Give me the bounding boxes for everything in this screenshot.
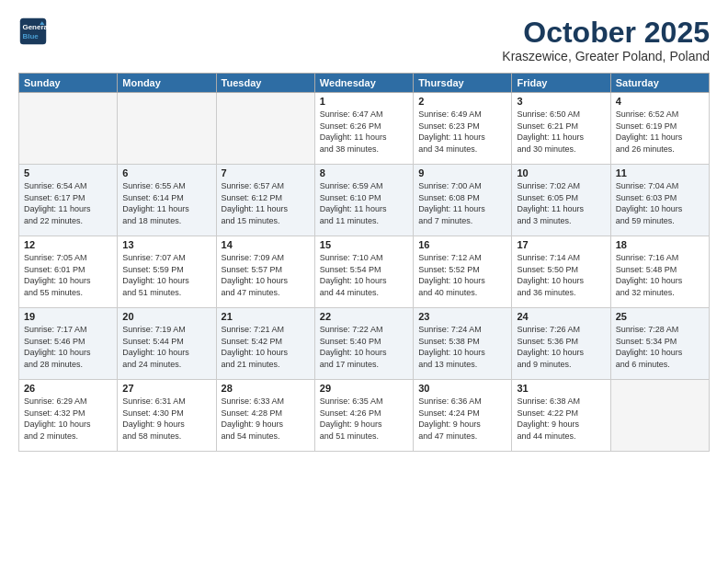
- day-info: Sunrise: 7:05 AM Sunset: 6:01 PM Dayligh…: [24, 252, 112, 298]
- day-number: 24: [517, 311, 605, 322]
- cell-w5-d3: 28Sunrise: 6:33 AM Sunset: 4:28 PM Dayli…: [216, 380, 314, 452]
- day-info: Sunrise: 7:00 AM Sunset: 6:08 PM Dayligh…: [418, 180, 506, 226]
- day-number: 9: [418, 167, 506, 178]
- cell-w1-d7: 4Sunrise: 6:52 AM Sunset: 6:19 PM Daylig…: [610, 93, 709, 165]
- week-row-1: 1Sunrise: 6:47 AM Sunset: 6:26 PM Daylig…: [19, 93, 710, 165]
- day-number: 25: [616, 311, 704, 322]
- day-info: Sunrise: 7:28 AM Sunset: 5:34 PM Dayligh…: [616, 324, 704, 370]
- col-wednesday: Wednesday: [314, 74, 413, 93]
- cell-w1-d5: 2Sunrise: 6:49 AM Sunset: 6:23 PM Daylig…: [414, 93, 512, 165]
- cell-w5-d2: 27Sunrise: 6:31 AM Sunset: 4:30 PM Dayli…: [118, 380, 216, 452]
- cell-w2-d5: 9Sunrise: 7:00 AM Sunset: 6:08 PM Daylig…: [414, 165, 512, 236]
- day-info: Sunrise: 7:24 AM Sunset: 5:38 PM Dayligh…: [418, 324, 506, 370]
- day-info: Sunrise: 6:35 AM Sunset: 4:26 PM Dayligh…: [320, 396, 408, 442]
- day-number: 8: [320, 167, 408, 178]
- cell-w5-d6: 31Sunrise: 6:38 AM Sunset: 4:22 PM Dayli…: [512, 380, 610, 452]
- col-tuesday: Tuesday: [216, 74, 314, 93]
- day-number: 30: [418, 383, 506, 394]
- cell-w3-d4: 15Sunrise: 7:10 AM Sunset: 5:54 PM Dayli…: [314, 236, 413, 308]
- day-number: 18: [616, 239, 704, 250]
- day-info: Sunrise: 6:38 AM Sunset: 4:22 PM Dayligh…: [517, 396, 605, 442]
- day-info: Sunrise: 6:50 AM Sunset: 6:21 PM Dayligh…: [517, 109, 605, 155]
- cell-w1-d3: [216, 93, 314, 165]
- day-info: Sunrise: 7:16 AM Sunset: 5:48 PM Dayligh…: [616, 252, 704, 298]
- day-info: Sunrise: 7:10 AM Sunset: 5:54 PM Dayligh…: [320, 252, 408, 298]
- header: General Blue October 2025 Kraszewice, Gr…: [18, 17, 710, 63]
- day-number: 7: [222, 167, 310, 178]
- day-number: 27: [122, 383, 210, 394]
- day-info: Sunrise: 6:31 AM Sunset: 4:30 PM Dayligh…: [122, 396, 210, 442]
- svg-text:Blue: Blue: [22, 32, 39, 40]
- cell-w3-d7: 18Sunrise: 7:16 AM Sunset: 5:48 PM Dayli…: [610, 236, 709, 308]
- day-info: Sunrise: 6:47 AM Sunset: 6:26 PM Dayligh…: [320, 109, 408, 155]
- day-info: Sunrise: 7:02 AM Sunset: 6:05 PM Dayligh…: [517, 180, 605, 226]
- cell-w2-d7: 11Sunrise: 7:04 AM Sunset: 6:03 PM Dayli…: [610, 165, 709, 236]
- title-block: October 2025 Kraszewice, Greater Poland,…: [502, 17, 710, 63]
- day-info: Sunrise: 7:26 AM Sunset: 5:36 PM Dayligh…: [517, 324, 605, 370]
- calendar: Sunday Monday Tuesday Wednesday Thursday…: [18, 73, 710, 452]
- day-number: 1: [320, 96, 408, 107]
- cell-w1-d6: 3Sunrise: 6:50 AM Sunset: 6:21 PM Daylig…: [512, 93, 610, 165]
- day-number: 20: [122, 311, 210, 322]
- month-title: October 2025: [502, 17, 710, 49]
- day-number: 12: [24, 239, 112, 250]
- logo-icon: General Blue: [18, 17, 48, 46]
- day-number: 5: [24, 167, 112, 178]
- logo: General Blue: [18, 17, 48, 46]
- day-info: Sunrise: 6:55 AM Sunset: 6:14 PM Dayligh…: [122, 180, 210, 226]
- week-row-5: 26Sunrise: 6:29 AM Sunset: 4:32 PM Dayli…: [19, 380, 710, 452]
- cell-w3-d2: 13Sunrise: 7:07 AM Sunset: 5:59 PM Dayli…: [118, 236, 216, 308]
- col-thursday: Thursday: [414, 74, 512, 93]
- week-row-3: 12Sunrise: 7:05 AM Sunset: 6:01 PM Dayli…: [19, 236, 710, 308]
- cell-w4-d2: 20Sunrise: 7:19 AM Sunset: 5:44 PM Dayli…: [118, 308, 216, 380]
- day-info: Sunrise: 6:59 AM Sunset: 6:10 PM Dayligh…: [320, 180, 408, 226]
- cell-w3-d5: 16Sunrise: 7:12 AM Sunset: 5:52 PM Dayli…: [414, 236, 512, 308]
- cell-w5-d7: [610, 380, 709, 452]
- cell-w5-d5: 30Sunrise: 6:36 AM Sunset: 4:24 PM Dayli…: [414, 380, 512, 452]
- day-number: 26: [24, 383, 112, 394]
- cell-w4-d7: 25Sunrise: 7:28 AM Sunset: 5:34 PM Dayli…: [610, 308, 709, 380]
- day-number: 3: [517, 96, 605, 107]
- day-number: 2: [418, 96, 506, 107]
- day-number: 10: [517, 167, 605, 178]
- day-info: Sunrise: 7:09 AM Sunset: 5:57 PM Dayligh…: [222, 252, 310, 298]
- day-info: Sunrise: 7:17 AM Sunset: 5:46 PM Dayligh…: [24, 324, 112, 370]
- day-info: Sunrise: 7:22 AM Sunset: 5:40 PM Dayligh…: [320, 324, 408, 370]
- cell-w4-d6: 24Sunrise: 7:26 AM Sunset: 5:36 PM Dayli…: [512, 308, 610, 380]
- cell-w2-d4: 8Sunrise: 6:59 AM Sunset: 6:10 PM Daylig…: [314, 165, 413, 236]
- day-number: 31: [517, 383, 605, 394]
- day-info: Sunrise: 6:36 AM Sunset: 4:24 PM Dayligh…: [418, 396, 506, 442]
- cell-w4-d3: 21Sunrise: 7:21 AM Sunset: 5:42 PM Dayli…: [216, 308, 314, 380]
- day-number: 17: [517, 239, 605, 250]
- cell-w4-d4: 22Sunrise: 7:22 AM Sunset: 5:40 PM Dayli…: [314, 308, 413, 380]
- day-info: Sunrise: 6:57 AM Sunset: 6:12 PM Dayligh…: [222, 180, 310, 226]
- day-number: 16: [418, 239, 506, 250]
- day-number: 29: [320, 383, 408, 394]
- day-number: 13: [122, 239, 210, 250]
- cell-w3-d6: 17Sunrise: 7:14 AM Sunset: 5:50 PM Dayli…: [512, 236, 610, 308]
- day-number: 21: [222, 311, 310, 322]
- day-info: Sunrise: 7:12 AM Sunset: 5:52 PM Dayligh…: [418, 252, 506, 298]
- cell-w2-d3: 7Sunrise: 6:57 AM Sunset: 6:12 PM Daylig…: [216, 165, 314, 236]
- location: Kraszewice, Greater Poland, Poland: [502, 49, 710, 63]
- day-number: 23: [418, 311, 506, 322]
- cell-w2-d1: 5Sunrise: 6:54 AM Sunset: 6:17 PM Daylig…: [19, 165, 118, 236]
- cell-w4-d1: 19Sunrise: 7:17 AM Sunset: 5:46 PM Dayli…: [19, 308, 118, 380]
- cell-w2-d2: 6Sunrise: 6:55 AM Sunset: 6:14 PM Daylig…: [118, 165, 216, 236]
- col-monday: Monday: [118, 74, 216, 93]
- day-number: 6: [122, 167, 210, 178]
- week-row-2: 5Sunrise: 6:54 AM Sunset: 6:17 PM Daylig…: [19, 165, 710, 236]
- day-info: Sunrise: 6:54 AM Sunset: 6:17 PM Dayligh…: [24, 180, 112, 226]
- day-info: Sunrise: 6:29 AM Sunset: 4:32 PM Dayligh…: [24, 396, 112, 442]
- week-row-4: 19Sunrise: 7:17 AM Sunset: 5:46 PM Dayli…: [19, 308, 710, 380]
- cell-w5-d4: 29Sunrise: 6:35 AM Sunset: 4:26 PM Dayli…: [314, 380, 413, 452]
- day-info: Sunrise: 6:33 AM Sunset: 4:28 PM Dayligh…: [222, 396, 310, 442]
- col-sunday: Sunday: [19, 74, 118, 93]
- day-info: Sunrise: 7:19 AM Sunset: 5:44 PM Dayligh…: [122, 324, 210, 370]
- cell-w5-d1: 26Sunrise: 6:29 AM Sunset: 4:32 PM Dayli…: [19, 380, 118, 452]
- day-number: 15: [320, 239, 408, 250]
- day-number: 22: [320, 311, 408, 322]
- cell-w1-d4: 1Sunrise: 6:47 AM Sunset: 6:26 PM Daylig…: [314, 93, 413, 165]
- cell-w2-d6: 10Sunrise: 7:02 AM Sunset: 6:05 PM Dayli…: [512, 165, 610, 236]
- day-info: Sunrise: 7:14 AM Sunset: 5:50 PM Dayligh…: [517, 252, 605, 298]
